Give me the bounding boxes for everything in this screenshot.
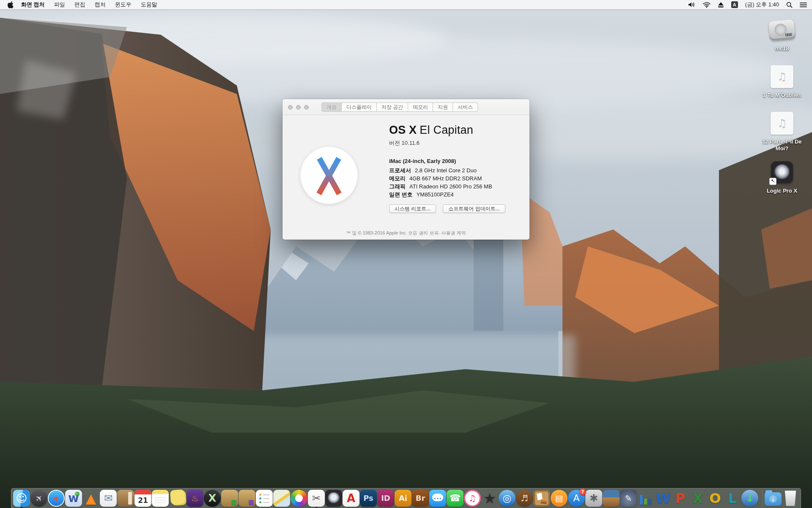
tab-서비스[interactable]: 서비스 — [453, 102, 478, 112]
dock-logic-pro[interactable] — [325, 489, 342, 508]
dock-keynote[interactable] — [603, 489, 620, 508]
dock-items: ☺✈➤w▲✉21♨X✂APsIDAiBr•••☎♫★◎♬▤A7✱✎WPXOL↓↓ — [13, 489, 799, 508]
os-title: OS XEl Capitan — [389, 124, 520, 137]
menu-윈도우[interactable]: 윈도우 — [115, 1, 132, 8]
dock-screen-capture[interactable]: ✂ — [308, 489, 325, 508]
dock-downloads-folder[interactable]: ↓ — [765, 489, 782, 508]
menu-items: 화면 캡처파일편집캡처윈도우도움말 — [21, 1, 157, 8]
desktop-icon-label: mc18 — [775, 45, 789, 52]
tab-지원[interactable]: 지원 — [433, 102, 453, 112]
dock-toast[interactable]: ♨ — [187, 489, 203, 508]
dock-messages[interactable]: ••• — [429, 489, 446, 508]
dock-ibooks[interactable]: ▤ — [551, 489, 568, 508]
dock-photoshop[interactable]: Ps — [360, 489, 377, 508]
dock-system-preferences[interactable]: ✱ — [585, 489, 602, 508]
dock-maps[interactable] — [273, 489, 290, 508]
volume-icon[interactable] — [688, 2, 696, 8]
dock-pages[interactable]: ✎ — [620, 489, 637, 508]
dock-launchpad[interactable]: ✈ — [30, 489, 47, 508]
dock-badge: 7 — [579, 489, 586, 495]
dock-app-store[interactable]: A7 — [568, 489, 585, 508]
software-update-button[interactable]: 소프트웨어 업데이트... — [443, 204, 505, 213]
dock-idvd[interactable]: ◎ — [499, 489, 516, 508]
dock-scrapbook[interactable] — [533, 489, 550, 508]
dock-excel[interactable]: X — [689, 489, 706, 508]
dock-xld[interactable]: X — [204, 489, 221, 508]
dock-notes[interactable] — [152, 489, 169, 508]
apple-menu-icon[interactable] — [8, 1, 14, 8]
dock-bridge[interactable]: Br — [412, 489, 429, 508]
notification-center-icon[interactable] — [800, 2, 807, 8]
spec-row: 일련 번호YM85100PZE4 — [389, 190, 520, 199]
dock-stuffit-dropstuff[interactable] — [239, 489, 255, 508]
menu-bar: 화면 캡처파일편집캡처윈도우도움말 A (금) 오후 1:40 — [0, 0, 812, 9]
os-x-logo — [300, 146, 358, 204]
menu-clock[interactable]: (금) 오후 1:40 — [745, 1, 779, 8]
dock-illustrator[interactable]: Ai — [395, 489, 411, 508]
spec-row: 메모리4GB 667 MHz DDR2 SDRAM — [389, 174, 520, 182]
dock-word[interactable]: W — [655, 489, 672, 508]
wifi-icon[interactable] — [703, 2, 710, 8]
tab-디스플레이[interactable]: 디스플레이 — [342, 102, 377, 112]
dock-acrobat-reader[interactable]: A — [343, 489, 359, 508]
spec-list: 프로세서2.8 GHz Intel Core 2 Duo메모리4GB 667 M… — [389, 166, 520, 199]
dock-web-downloader[interactable]: ↓ — [741, 489, 758, 508]
copyright-footer: ™ 및 © 1983-2016 Apple Inc. 모든 권리 보유. 사용권… — [283, 230, 529, 236]
dock-numbers[interactable] — [637, 489, 654, 508]
desktop-icon-audio-file[interactable]: 1 Tu M'Oublies — [757, 63, 807, 99]
dock-powerpoint[interactable]: P — [672, 489, 689, 508]
system-report-button[interactable]: 시스템 리포트... — [389, 204, 436, 213]
dock-mail[interactable]: ✉ — [100, 489, 117, 508]
dock-calendar[interactable]: 21 — [134, 489, 151, 508]
dock-stickies[interactable] — [169, 489, 186, 508]
desktop-icon-label: Logic Pro X — [767, 188, 797, 194]
spec-row: 프로세서2.8 GHz Intel Core 2 Duo — [389, 166, 520, 174]
dock-safari[interactable]: ➤ — [48, 489, 65, 508]
dock-facetime[interactable]: ☎ — [447, 489, 464, 508]
dock-imovie[interactable]: ★ — [481, 489, 498, 508]
desktop-icon-app-alias[interactable]: Logic Pro X — [757, 158, 807, 194]
dock: ☺✈➤w▲✉21♨X✂APsIDAiBr•••☎♫★◎♬▤A7✱✎WPXOL↓↓ — [11, 488, 801, 508]
spec-row: 그래픽ATI Radeon HD 2600 Pro 256 MB — [389, 182, 520, 190]
dock-iweb[interactable]: w — [65, 489, 82, 508]
dock-reminders[interactable] — [256, 489, 273, 508]
menu-캡처[interactable]: 캡처 — [95, 1, 106, 8]
menu-편집[interactable]: 편집 — [74, 1, 85, 8]
dock-indesign[interactable]: ID — [377, 489, 394, 508]
spotlight-icon[interactable] — [786, 2, 793, 8]
close-button[interactable] — [288, 105, 293, 110]
os-version: 버전 10.11.6 — [389, 139, 520, 147]
minimize-button[interactable] — [296, 105, 301, 110]
dock-garageband[interactable]: ♬ — [516, 489, 533, 508]
zoom-button[interactable] — [304, 105, 309, 110]
desktop-icon-label: 12 Parle-T-Il De Moi? — [757, 138, 807, 152]
tab-저장 공간[interactable]: 저장 공간 — [377, 102, 408, 112]
dock-contacts[interactable] — [117, 489, 134, 508]
desktop-icons: mc181 Tu M'Oublies12 Parle-T-Il De Moi?L… — [757, 9, 807, 229]
tab-개요[interactable]: 개요 — [321, 102, 342, 112]
dock-lync[interactable]: L — [724, 489, 741, 508]
about-tabs: 개요디스플레이저장 공간메모리지원서비스 — [321, 102, 478, 112]
dock-itunes[interactable]: ♫ — [464, 489, 481, 508]
input-source-badge[interactable]: A — [731, 1, 738, 8]
menu-파일[interactable]: 파일 — [54, 1, 65, 8]
desktop-icon-audio-file[interactable]: 12 Parle-T-Il De Moi? — [757, 109, 807, 152]
about-this-mac-window: 개요디스플레이저장 공간메모리지원서비스 OS XEl Capitan 버전 1… — [283, 99, 529, 240]
dock-photos[interactable] — [291, 489, 307, 508]
dock-separator — [761, 490, 762, 507]
desktop-icon-hard-drive[interactable]: mc18 — [757, 16, 807, 52]
dock-finder[interactable]: ☺ — [13, 489, 30, 508]
menu-도움말[interactable]: 도움말 — [141, 1, 157, 8]
window-titlebar[interactable]: 개요디스플레이저장 공간메모리지원서비스 — [283, 99, 529, 115]
eject-icon[interactable] — [718, 2, 724, 8]
dock-trash[interactable] — [782, 489, 799, 508]
dock-stuffit-expander[interactable] — [221, 489, 238, 508]
dock-vlc[interactable]: ▲ — [82, 489, 99, 508]
desktop-wallpaper — [0, 9, 812, 508]
dock-outlook[interactable]: O — [707, 489, 724, 508]
menu-화면 캡처[interactable]: 화면 캡처 — [21, 1, 45, 8]
desktop-icon-label: 1 Tu M'Oublies — [763, 92, 801, 99]
mac-model: iMac (24-inch, Early 2008) — [389, 158, 520, 164]
tab-메모리[interactable]: 메모리 — [408, 102, 433, 112]
